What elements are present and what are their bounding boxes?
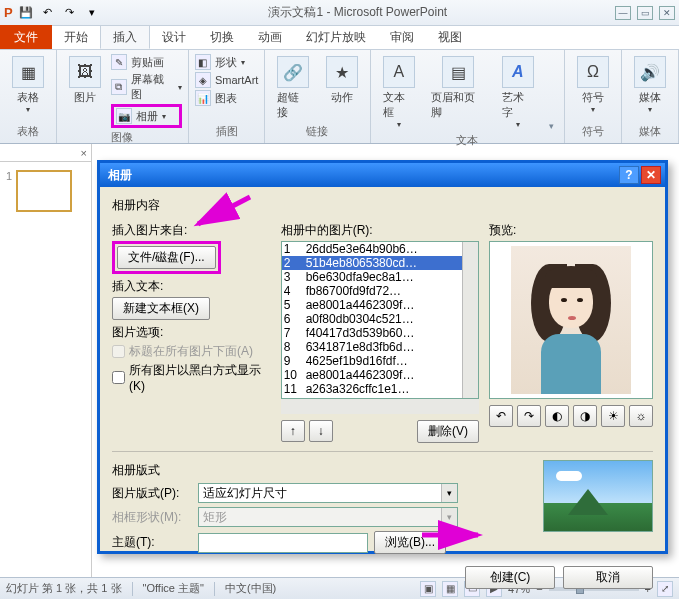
rotate-right-button[interactable]: ↷ xyxy=(517,405,541,427)
bw-checkbox[interactable]: 所有图片以黑白方式显示(K) xyxy=(112,362,271,393)
list-item[interactable]: 12e28559f0033aa49… xyxy=(282,396,478,399)
table-icon: ▦ xyxy=(12,56,44,88)
section-content: 相册内容 xyxy=(112,197,653,214)
redo-icon[interactable]: ↷ xyxy=(61,4,79,22)
dialog-close-button[interactable]: ✕ xyxy=(641,166,661,184)
label-pic-options: 图片选项: xyxy=(112,324,271,341)
list-item[interactable]: 6a0f80db0304c521… xyxy=(282,312,478,326)
remove-button[interactable]: 删除(V) xyxy=(417,420,479,443)
group-symbols: 符号 xyxy=(571,122,615,141)
qat-dropdown-icon[interactable]: ▾ xyxy=(83,4,101,22)
bright-up-button[interactable]: ☀ xyxy=(601,405,625,427)
preview-image xyxy=(489,241,653,399)
wordart-icon: A xyxy=(502,56,534,88)
tab-design[interactable]: 设计 xyxy=(150,25,198,49)
create-button[interactable]: 创建(C) xyxy=(465,566,555,589)
move-down-button[interactable]: ↓ xyxy=(309,420,333,442)
tables-button[interactable]: ▦表格▾ xyxy=(6,54,50,116)
tab-animation[interactable]: 动画 xyxy=(246,25,294,49)
media-button[interactable]: 🔊媒体▾ xyxy=(628,54,672,116)
list-item[interactable]: 7f40417d3d539b60… xyxy=(282,326,478,340)
list-item[interactable]: 3b6e630dfa9ec8a1… xyxy=(282,270,478,284)
label-pic-layout: 图片版式(P): xyxy=(112,485,192,502)
clipart-icon: ✎ xyxy=(111,54,127,70)
tab-view[interactable]: 视图 xyxy=(426,25,474,49)
text-group-expand-icon[interactable]: ▾ xyxy=(549,121,554,131)
restore-button[interactable]: ▭ xyxy=(637,6,653,20)
list-item[interactable]: 126dd5e3e64b90b6… xyxy=(282,242,478,256)
move-up-button[interactable]: ↑ xyxy=(281,420,305,442)
list-item[interactable]: 4fb86700fd9fd72… xyxy=(282,284,478,298)
textbox-button[interactable]: A文本框▾ xyxy=(377,54,422,131)
file-disk-button[interactable]: 文件/磁盘(F)... xyxy=(117,246,216,269)
rotate-left-button[interactable]: ↶ xyxy=(489,405,513,427)
action-icon: ★ xyxy=(326,56,358,88)
media-icon: 🔊 xyxy=(634,56,666,88)
symbol-button[interactable]: Ω符号▾ xyxy=(571,54,615,116)
textbox-icon: A xyxy=(383,56,415,88)
shapes-button[interactable]: ◧形状▾ xyxy=(195,54,258,70)
album-icon: 📷 xyxy=(116,108,132,124)
label-frame-shape: 相框形状(M): xyxy=(112,509,192,526)
hyperlink-button[interactable]: 🔗超链接 xyxy=(271,54,315,122)
slide-thumbnail[interactable]: 1 xyxy=(6,170,85,212)
list-item[interactable]: 94625ef1b9d16fdf… xyxy=(282,354,478,368)
group-links: 链接 xyxy=(271,122,363,141)
label-insert-text: 插入文本: xyxy=(112,278,271,295)
contrast-down-button[interactable]: ◑ xyxy=(573,405,597,427)
group-illustrations: 插图 xyxy=(195,122,258,141)
tab-transition[interactable]: 切换 xyxy=(198,25,246,49)
list-item[interactable]: 86341871e8d3fb6d… xyxy=(282,340,478,354)
minimize-button[interactable]: — xyxy=(615,6,631,20)
tab-review[interactable]: 审阅 xyxy=(378,25,426,49)
picture-button[interactable]: 🖼图片 xyxy=(63,54,107,128)
pic-layout-combo[interactable]: 适应幻灯片尺寸▾ xyxy=(198,483,458,503)
save-icon[interactable]: 💾 xyxy=(17,4,35,22)
list-item[interactable]: 251b4eb8065380cd… xyxy=(282,256,478,270)
tab-file[interactable]: 文件 xyxy=(0,25,52,49)
qat: P 💾 ↶ ↷ ▾ xyxy=(4,4,101,22)
group-media: 媒体 xyxy=(628,122,672,141)
ribbon-tabs: 文件 开始 插入 设计 切换 动画 幻灯片放映 审阅 视图 xyxy=(0,26,679,50)
action-button[interactable]: ★动作 xyxy=(320,54,364,122)
tab-insert[interactable]: 插入 xyxy=(100,25,150,49)
list-item[interactable]: 5ae8001a4462309f… xyxy=(282,298,478,312)
smartart-button[interactable]: ◈SmartArt xyxy=(195,72,258,88)
list-item[interactable]: 11a263a326cffc1e1… xyxy=(282,382,478,396)
tab-slideshow[interactable]: 幻灯片放映 xyxy=(294,25,378,49)
album-button[interactable]: 📷相册▾ xyxy=(111,104,182,128)
browse-button[interactable]: 浏览(B)... xyxy=(374,531,446,554)
close-button[interactable]: ✕ xyxy=(659,6,675,20)
album-dialog: 相册 ? ✕ 相册内容 插入图片来自: 文件/磁盘(F)... 插入文本: 新建… xyxy=(97,160,668,554)
list-scrollbar-v[interactable] xyxy=(462,242,478,398)
shapes-icon: ◧ xyxy=(195,54,211,70)
pane-close-button[interactable]: × xyxy=(0,144,91,162)
picture-listbox[interactable]: 126dd5e3e64b90b6…251b4eb8065380cd…3b6e63… xyxy=(281,241,479,399)
dialog-help-button[interactable]: ? xyxy=(619,166,639,184)
list-item[interactable]: 10ae8001a4462309f… xyxy=(282,368,478,382)
bright-down-button[interactable]: ☼ xyxy=(629,405,653,427)
cancel-button[interactable]: 取消 xyxy=(563,566,653,589)
clipart-button[interactable]: ✎剪贴画 xyxy=(111,54,182,70)
wordart-button[interactable]: A艺术字▾ xyxy=(496,54,541,131)
chevron-down-icon: ▾ xyxy=(441,484,457,502)
headerfooter-button[interactable]: ▤页眉和页脚 xyxy=(425,54,491,131)
undo-icon[interactable]: ↶ xyxy=(39,4,57,22)
new-textbox-button[interactable]: 新建文本框(X) xyxy=(112,297,210,320)
label-insert-from: 插入图片来自: xyxy=(112,222,271,239)
screenshot-button[interactable]: ⧉屏幕截图▾ xyxy=(111,72,182,102)
caption-checkbox[interactable]: 标题在所有图片下面(A) xyxy=(112,343,271,360)
chart-icon: 📊 xyxy=(195,90,211,106)
screenshot-icon: ⧉ xyxy=(111,79,127,95)
group-text: 文本 xyxy=(377,131,558,150)
thumb-preview xyxy=(16,170,72,212)
chart-button[interactable]: 📊图表 xyxy=(195,90,258,106)
list-scrollbar-h[interactable] xyxy=(281,398,479,414)
theme-field[interactable] xyxy=(198,533,368,553)
label-pics-in-album: 相册中的图片(R): xyxy=(281,222,479,239)
slides-panel: × 1 xyxy=(0,144,92,577)
layout-preview xyxy=(543,460,653,532)
contrast-up-button[interactable]: ◐ xyxy=(545,405,569,427)
tab-home[interactable]: 开始 xyxy=(52,25,100,49)
picture-icon: 🖼 xyxy=(69,56,101,88)
